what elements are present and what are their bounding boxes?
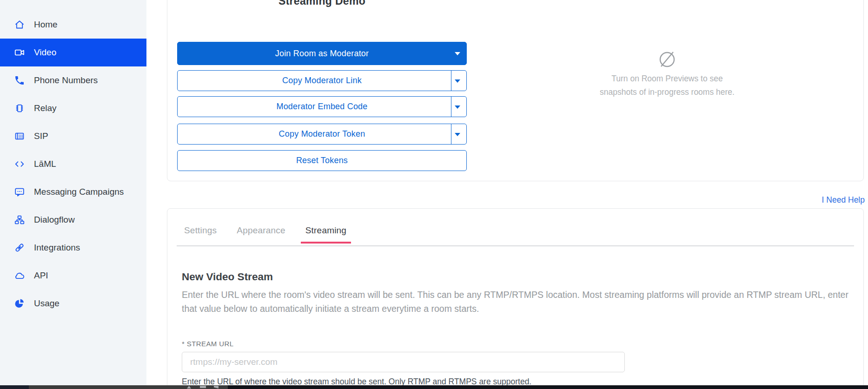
sidebar-item-usage[interactable]: Usage [0, 290, 146, 317]
button-divider [451, 97, 451, 117]
button-divider [451, 124, 451, 144]
settings-card: Settings Appearance Streaming New Video … [167, 208, 864, 389]
chevron-down-icon[interactable] [455, 133, 460, 136]
sidebar-item-dialogflow[interactable]: Dialogflow [0, 206, 146, 234]
sidebar-item-api[interactable]: API [0, 262, 146, 290]
toolbar-icon [214, 386, 219, 389]
sidebar-item-integrations[interactable]: Integrations [0, 234, 146, 262]
chevron-down-icon[interactable] [455, 79, 460, 83]
sidebar-item-label: API [34, 270, 48, 281]
join-room-as-moderator-button[interactable]: Join Room as Moderator [177, 42, 467, 65]
code-icon [14, 158, 25, 170]
copy-moderator-link-button[interactable]: Copy Moderator Link [177, 70, 467, 91]
tab-bar: Settings Appearance Streaming [179, 223, 362, 244]
link-icon [14, 242, 25, 253]
tab-appearance[interactable]: Appearance [232, 223, 290, 244]
sidebar-item-label: Dialogflow [34, 215, 75, 225]
copy-moderator-token-label: Copy Moderator Token [279, 129, 365, 139]
sidebar-item-video[interactable]: Video [0, 39, 146, 66]
tab-streaming[interactable]: Streaming [301, 223, 351, 244]
sidebar-item-relay[interactable]: Relay [0, 94, 146, 122]
bottom-toolbar-gray-segment [29, 385, 228, 389]
sidebar-item-laml[interactable]: LāML [0, 150, 146, 178]
phone-icon [14, 75, 25, 86]
sidebar-item-label: Integrations [34, 243, 80, 253]
sidebar-item-label: LāML [34, 159, 56, 169]
tabs-divider [177, 245, 854, 246]
toolbar-icon [200, 386, 206, 388]
fax-phone-icon [14, 131, 25, 142]
sidebar-item-messaging-campaigns[interactable]: Messaging Campaigns [0, 178, 146, 206]
tab-settings[interactable]: Settings [179, 223, 221, 244]
empty-state-text-line2: snapshots of in-progress rooms here. [535, 86, 800, 99]
moderator-embed-code-label: Moderator Embed Code [276, 102, 367, 112]
bottom-toolbar [0, 385, 868, 389]
chevron-down-icon[interactable] [455, 105, 460, 109]
sidebar-item-label: Phone Numbers [34, 75, 98, 86]
tab-appearance-label: Appearance [237, 225, 285, 236]
empty-slashed-circle-icon [656, 48, 678, 70]
sidebar-item-label: SIP [34, 131, 48, 141]
bottom-toolbar-left-segment [0, 385, 29, 389]
home-icon [14, 19, 25, 30]
pie-chart-icon [14, 298, 25, 309]
sidebar-item-home[interactable]: Home [0, 11, 146, 39]
section-description: Enter the URL where the room's video str… [182, 288, 854, 316]
sidebar-item-label: Relay [34, 103, 57, 113]
stream-url-input[interactable] [182, 352, 625, 372]
stream-url-label: * STREAM URL [182, 340, 234, 348]
tab-settings-label: Settings [184, 225, 217, 236]
sidebar-item-phone-numbers[interactable]: Phone Numbers [0, 66, 146, 94]
reset-tokens-button[interactable]: Reset Tokens [177, 150, 467, 171]
sitemap-icon [14, 214, 25, 225]
room-card: Streaming Demo Join Room as Moderator Co… [167, 0, 864, 181]
join-room-button-label: Join Room as Moderator [275, 49, 369, 59]
i-need-help-link[interactable]: I Need Help [822, 195, 865, 205]
video-camera-icon [14, 47, 25, 58]
room-preview-empty-state: Turn on Room Previews to see snapshots o… [535, 48, 800, 99]
cursor-icon [187, 386, 191, 389]
bottom-toolbar-dark-segment [228, 385, 868, 389]
sidebar-item-label: Messaging Campaigns [34, 187, 124, 197]
button-divider [451, 71, 451, 91]
copy-moderator-token-button[interactable]: Copy Moderator Token [177, 124, 467, 145]
app-window: Home Video Phone Numbers Relay SIP [0, 0, 868, 389]
copy-moderator-link-label: Copy Moderator Link [282, 76, 362, 86]
empty-state-text-line1: Turn on Room Previews to see [535, 72, 800, 86]
sidebar-item-label: Usage [34, 298, 60, 309]
chat-bubble-icon [14, 186, 25, 198]
moderator-embed-code-button[interactable]: Moderator Embed Code [177, 96, 467, 117]
chevron-down-icon[interactable] [455, 52, 460, 55]
page-title: Streaming Demo [177, 0, 467, 7]
sidebar-item-label: Video [34, 47, 56, 58]
tab-streaming-label: Streaming [305, 225, 346, 236]
cloud-icon [14, 270, 25, 281]
sidebar-item-label: Home [34, 20, 58, 30]
chip-icon [14, 103, 25, 114]
reset-tokens-label: Reset Tokens [296, 156, 348, 165]
sidebar: Home Video Phone Numbers Relay SIP [0, 0, 146, 385]
section-title: New Video Stream [182, 271, 273, 283]
sidebar-item-sip[interactable]: SIP [0, 122, 146, 150]
